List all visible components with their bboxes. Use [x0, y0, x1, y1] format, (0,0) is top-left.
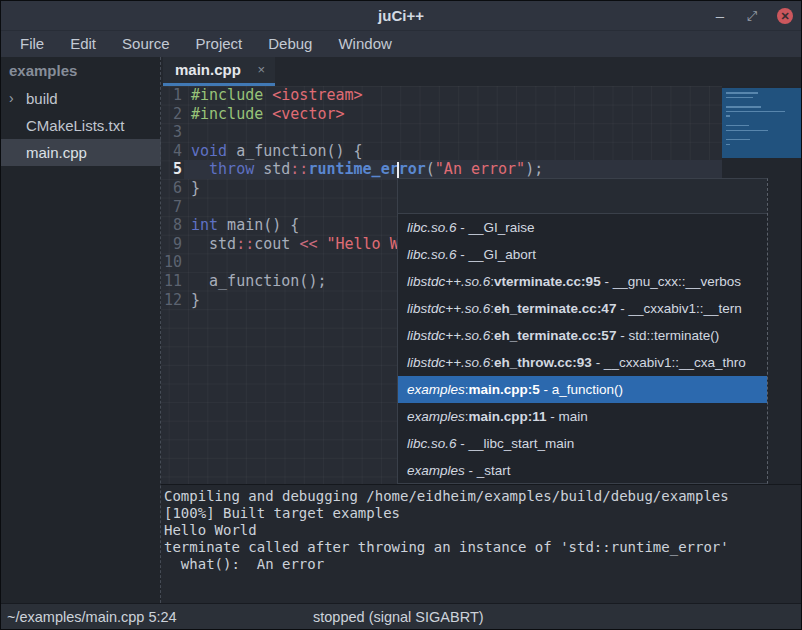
minimize-icon[interactable]: –: [713, 11, 727, 21]
code-token: std: [191, 235, 236, 253]
frame-file-line: main.cpp:5: [469, 382, 540, 397]
code-token: runtime_error: [308, 160, 425, 178]
code-token: main() {: [218, 216, 299, 234]
menubar: FileEditSourceProjectDebugWindow: [1, 31, 801, 57]
line-number: 6: [161, 179, 188, 198]
titlebar: juCi++ – ⤢ ✕: [1, 1, 801, 31]
terminal-line: Hello World: [164, 522, 802, 539]
file-location-status: ~/examples/main.cpp 5:24: [7, 604, 177, 630]
terminal-line: Compiling and debugging /home/eidheim/ex…: [164, 488, 802, 505]
minimap-line: [726, 106, 761, 108]
backtrace-item[interactable]: examples:main.cpp:5 - a_function(): [398, 376, 767, 403]
maximize-icon[interactable]: ⤢: [745, 8, 759, 24]
code-token: "An error": [435, 160, 525, 178]
terminal-line: what(): An error: [164, 556, 802, 573]
file-name: main.cpp: [26, 139, 87, 166]
statusbar: ~/examples/main.cpp 5:24 stopped (signal…: [1, 603, 801, 630]
line-number: 8: [161, 216, 188, 235]
code-token: ::: [236, 235, 254, 253]
menu-project[interactable]: Project: [183, 31, 256, 57]
code-text: }: [191, 291, 200, 310]
backtrace-item[interactable]: libstdc++.so.6:eh_terminate.cc:47 - __cx…: [398, 295, 767, 322]
frame-function: - a_function(): [540, 382, 623, 397]
code-text: a_function();: [191, 272, 326, 291]
backtrace-item[interactable]: examples - _start: [398, 457, 767, 484]
code-text: int main() {: [191, 216, 299, 235]
debug-status: stopped (signal SIGABRT): [313, 604, 484, 630]
frame-library: libc.so.6: [407, 436, 457, 451]
backtrace-item[interactable]: libstdc++.so.6:eh_terminate.cc:57 - std:…: [398, 322, 767, 349]
frame-library: libstdc++.so.6: [407, 301, 490, 316]
code-token: a_function();: [191, 272, 326, 290]
frame-function: - __libc_start_main: [457, 436, 575, 451]
terminal-output[interactable]: Compiling and debugging /home/eidheim/ex…: [161, 484, 802, 603]
code-token: ::: [290, 160, 308, 178]
line-number: 2: [161, 105, 188, 124]
frame-file-line: main.cpp:11: [469, 409, 547, 424]
line-number: 1: [161, 86, 188, 105]
line-number: 10: [161, 253, 188, 272]
minimap-line: [726, 111, 785, 113]
backtrace-item[interactable]: libstdc++.so.6:eh_throw.cc:93 - __cxxabi…: [398, 349, 767, 376]
frame-library: libstdc++.so.6: [407, 328, 490, 343]
minimap-line: [726, 92, 758, 94]
code-text: void a_function() {: [191, 142, 363, 161]
code-token: a_function() {: [227, 142, 362, 160]
code-line: 1#include <iostream>: [161, 86, 722, 105]
frame-library: libstdc++.so.6: [407, 355, 490, 370]
line-number: 4: [161, 142, 188, 161]
sidebar-item-build[interactable]: ›build: [1, 85, 161, 112]
minimap-line: [726, 125, 749, 127]
sidebar-item-cmakelists-txt[interactable]: CMakeLists.txt: [1, 112, 161, 139]
backtrace-item[interactable]: libstdc++.so.6:vterminate.cc:95 - __gnu_…: [398, 268, 767, 295]
file-tree-sidebar: examples ›buildCMakeLists.txtmain.cpp: [1, 57, 161, 603]
tab-close-icon[interactable]: ×: [257, 57, 265, 83]
frame-function: - __GI_abort: [457, 247, 537, 262]
terminal-line: terminate called after throwing an insta…: [164, 539, 802, 556]
code-minimap[interactable]: [722, 88, 801, 158]
tabbar: main.cpp ×: [161, 57, 802, 86]
frame-function: - _start: [465, 463, 511, 478]
tab-main-cpp[interactable]: main.cpp ×: [163, 57, 275, 83]
menu-source[interactable]: Source: [109, 31, 183, 57]
backtrace-item[interactable]: libc.so.6 - __GI_raise: [398, 214, 767, 241]
backtrace-item[interactable]: libc.so.6 - __libc_start_main: [398, 430, 767, 457]
backtrace-item[interactable]: examples:main.cpp:11 - main: [398, 403, 767, 430]
menu-edit[interactable]: Edit: [57, 31, 109, 57]
code-token: [263, 105, 272, 123]
sidebar-item-main-cpp[interactable]: main.cpp: [1, 139, 161, 166]
frame-file-line: eh_terminate.cc:47: [494, 301, 616, 316]
backtrace-item[interactable]: libc.so.6 - __GI_abort: [398, 241, 767, 268]
frame-function: - __cxxabiv1::__tern: [616, 301, 741, 316]
frame-library: libstdc++.so.6: [407, 274, 490, 289]
menu-file[interactable]: File: [7, 31, 57, 57]
tab-label: main.cpp: [175, 57, 241, 83]
frame-file-line: vterminate.cc:95: [494, 274, 601, 289]
code-line: 3: [161, 123, 722, 142]
code-line: 4void a_function() {: [161, 142, 722, 161]
popup-header: [398, 179, 767, 214]
frame-library: examples: [407, 382, 465, 397]
code-text: #include <iostream>: [191, 86, 363, 105]
app-window: juCi++ – ⤢ ✕ FileEditSourceProjectDebugW…: [0, 0, 802, 630]
line-number: 9: [161, 235, 188, 254]
minimap-line: [726, 144, 730, 146]
project-name: examples: [1, 57, 161, 85]
frame-function: - main: [547, 409, 588, 424]
code-line: 2#include <vector>: [161, 105, 722, 124]
code-token: [263, 86, 272, 104]
code-token: }: [191, 179, 200, 197]
backtrace-popup: libc.so.6 - __GI_raiselibc.so.6 - __GI_a…: [397, 178, 768, 484]
code-token: int: [191, 216, 218, 234]
code-token: void: [191, 142, 227, 160]
expander-icon[interactable]: ›: [9, 85, 23, 112]
window-title: juCi++: [1, 1, 801, 30]
close-icon[interactable]: ✕: [777, 8, 793, 24]
code-token: "Hello W: [326, 235, 398, 253]
menu-window[interactable]: Window: [325, 31, 404, 57]
code-text: }: [191, 179, 200, 198]
code-token: <iostream>: [272, 86, 362, 104]
frame-function: - __GI_raise: [457, 220, 535, 235]
code-token: <<: [299, 235, 317, 253]
menu-debug[interactable]: Debug: [255, 31, 325, 57]
